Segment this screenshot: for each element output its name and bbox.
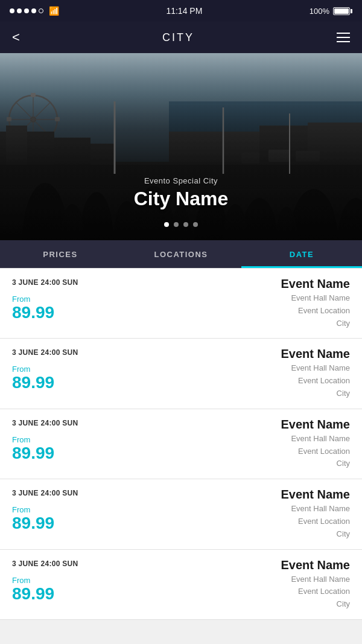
- tab-date[interactable]: DATE: [241, 240, 362, 268]
- event-list: 3 JUNE 24:00 SUN Event Name From 89.99 E…: [0, 268, 362, 620]
- hero-dot-1[interactable]: [164, 222, 169, 227]
- price-amount: 89.99: [12, 514, 178, 533]
- hero-dots: [0, 222, 362, 227]
- event-item[interactable]: 3 JUNE 24:00 SUN Event Name From 89.99 E…: [0, 550, 362, 620]
- hero-title: City Name: [0, 188, 362, 210]
- tab-prices[interactable]: PRICES: [0, 240, 121, 268]
- tabs-bar: PRICES LOCATIONS DATE: [0, 240, 362, 268]
- event-price-block: From 89.99: [12, 362, 178, 400]
- event-item[interactable]: 3 JUNE 24:00 SUN Event Name From 89.99 E…: [0, 268, 362, 339]
- event-name: Event Name: [184, 277, 350, 291]
- battery-icon: [333, 7, 352, 15]
- event-date: 3 JUNE 24:00 SUN: [12, 558, 178, 568]
- hero-dot-3[interactable]: [183, 222, 188, 227]
- event-name: Event Name: [184, 558, 350, 572]
- price-from-label: From: [12, 295, 178, 304]
- menu-line-2: [337, 37, 350, 38]
- signal-dot-2: [17, 8, 22, 13]
- event-city: City: [184, 317, 350, 330]
- event-city: City: [184, 457, 350, 470]
- event-name: Event Name: [184, 347, 350, 361]
- status-bar: 📶 11:14 PM 100%: [0, 0, 362, 22]
- event-hall: Event Hall Name: [184, 433, 350, 445]
- price-from-label: From: [12, 435, 178, 444]
- event-location: Event Location: [184, 585, 350, 598]
- event-name: Event Name: [184, 418, 350, 432]
- menu-line-1: [337, 33, 350, 34]
- battery-body: [333, 7, 350, 15]
- event-location: Event Location: [184, 515, 350, 528]
- event-price-block: From 89.99: [12, 573, 178, 611]
- event-hall: Event Hall Name: [184, 573, 350, 586]
- event-date: 3 JUNE 24:00 SUN: [12, 277, 178, 287]
- event-city: City: [184, 598, 350, 611]
- battery-tip: [351, 9, 352, 13]
- signal-dot-5: [39, 8, 43, 13]
- event-price-block: From 89.99: [12, 292, 178, 330]
- back-button[interactable]: <: [12, 30, 20, 45]
- event-details: Event Hall Name Event Location City: [184, 362, 350, 400]
- event-name: Event Name: [184, 488, 350, 502]
- event-location: Event Location: [184, 445, 350, 458]
- hero-overlay: [0, 53, 362, 240]
- nav-title: CITY: [162, 31, 194, 44]
- event-location: Event Location: [184, 375, 350, 387]
- event-hall: Event Hall Name: [184, 292, 350, 305]
- event-item[interactable]: 3 JUNE 24:00 SUN Event Name From 89.99 E…: [0, 339, 362, 409]
- price-amount: 89.99: [12, 304, 178, 322]
- event-city: City: [184, 528, 350, 541]
- event-date: 3 JUNE 24:00 SUN: [12, 488, 178, 497]
- battery-fill: [334, 8, 349, 14]
- nav-bar: < CITY: [0, 22, 362, 53]
- event-details: Event Hall Name Event Location City: [184, 573, 350, 611]
- event-price-block: From 89.99: [12, 503, 178, 540]
- tab-locations[interactable]: LOCATIONS: [121, 240, 241, 268]
- signal-dot-4: [31, 8, 36, 13]
- hero-section: Evento Special City City Name: [0, 53, 362, 240]
- price-from-label: From: [12, 505, 178, 514]
- battery-percent: 100%: [310, 7, 329, 16]
- event-date: 3 JUNE 24:00 SUN: [12, 418, 178, 427]
- menu-button[interactable]: [337, 33, 350, 42]
- hero-content: Evento Special City City Name: [0, 176, 362, 210]
- event-location: Event Location: [184, 305, 350, 317]
- event-hall: Event Hall Name: [184, 362, 350, 375]
- event-item[interactable]: 3 JUNE 24:00 SUN Event Name From 89.99 E…: [0, 409, 362, 479]
- status-left: 📶: [10, 6, 59, 16]
- status-right: 100%: [310, 7, 352, 16]
- price-amount: 89.99: [12, 444, 178, 463]
- price-amount: 89.99: [12, 374, 178, 392]
- hero-dot-4[interactable]: [193, 222, 198, 227]
- signal-dot-3: [24, 8, 29, 13]
- event-item[interactable]: 3 JUNE 24:00 SUN Event Name From 89.99 E…: [0, 479, 362, 549]
- signal-dots: [10, 8, 43, 13]
- price-from-label: From: [12, 576, 178, 585]
- event-details: Event Hall Name Event Location City: [184, 433, 350, 470]
- event-details: Event Hall Name Event Location City: [184, 503, 350, 540]
- hero-subtitle: Evento Special City: [0, 176, 362, 185]
- event-hall: Event Hall Name: [184, 503, 350, 515]
- event-date: 3 JUNE 24:00 SUN: [12, 347, 178, 357]
- menu-line-3: [337, 41, 350, 42]
- signal-dot-1: [10, 8, 14, 13]
- event-city: City: [184, 387, 350, 400]
- status-time: 11:14 PM: [166, 6, 202, 16]
- event-price-block: From 89.99: [12, 433, 178, 470]
- event-details: Event Hall Name Event Location City: [184, 292, 350, 330]
- price-amount: 89.99: [12, 585, 178, 604]
- wifi-icon: 📶: [49, 6, 59, 16]
- hero-dot-2[interactable]: [174, 222, 179, 227]
- price-from-label: From: [12, 365, 178, 374]
